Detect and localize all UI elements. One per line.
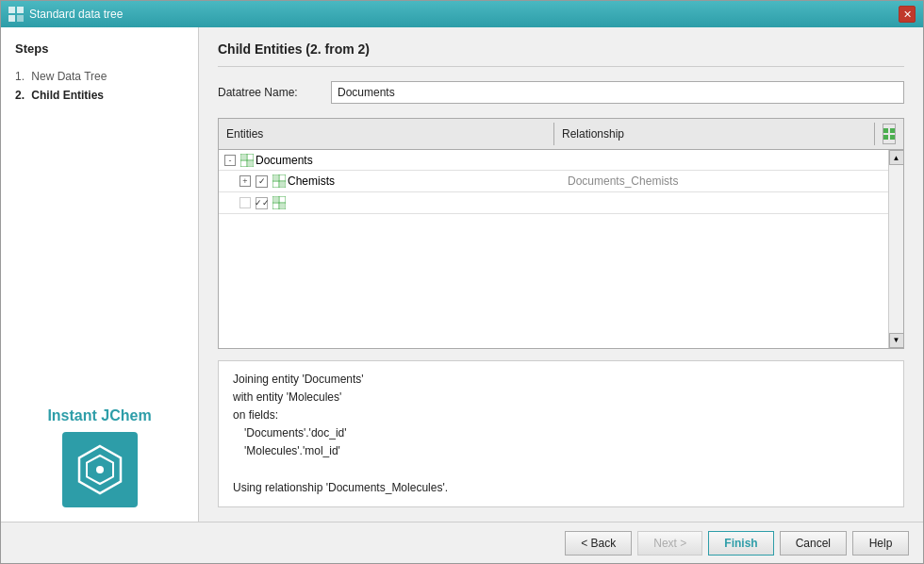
finish-button[interactable]: Finish (708, 531, 773, 556)
svg-rect-24 (273, 197, 278, 202)
molecules-relationship: Documents_Molecules (562, 194, 883, 211)
chemists-relationship: Documents_Chemists (562, 173, 883, 190)
step-item-2: 2. Child Entities (15, 86, 184, 105)
svg-point-6 (96, 466, 104, 473)
info-line-6 (233, 461, 889, 479)
steps-section: Steps 1. New Data Tree 2. Child Entities (15, 41, 184, 407)
steps-heading: Steps (15, 41, 184, 56)
grid-icon (883, 128, 895, 140)
info-line-1: Joining entity 'Documents' (233, 371, 889, 389)
cancel-button[interactable]: Cancel (780, 531, 847, 556)
svg-rect-7 (883, 128, 888, 133)
table-row[interactable]: - Documents (219, 150, 888, 171)
datatree-name-input[interactable] (331, 81, 904, 104)
svg-rect-20 (280, 182, 285, 187)
svg-rect-19 (273, 175, 278, 180)
molecules-checkbox[interactable]: ✓ (256, 197, 268, 209)
entities-table: Entities Relationship (218, 118, 904, 349)
brand-name: Instant JChem (15, 407, 184, 424)
svg-rect-8 (890, 128, 895, 133)
titlebar-left: Standard data tree (8, 7, 123, 22)
close-button[interactable]: ✕ (899, 6, 916, 23)
svg-rect-14 (241, 155, 246, 159)
svg-rect-10 (890, 135, 895, 140)
main-content: Steps 1. New Data Tree 2. Child Entities… (1, 27, 923, 522)
datatree-label: Datatree Name: (218, 86, 331, 99)
svg-rect-0 (8, 7, 15, 13)
table-add-button[interactable] (883, 124, 896, 144)
expand-chemists-icon[interactable]: + (239, 175, 251, 187)
content-area: Child Entities (2. from 2) Datatree Name… (199, 27, 923, 522)
footer: < Back Next > Finish Cancel Help (1, 522, 923, 563)
svg-rect-1 (17, 7, 24, 13)
brand-logo (62, 432, 138, 507)
molecule-icon (72, 441, 128, 498)
info-box: Joining entity 'Documents' with entity '… (218, 360, 904, 507)
root-entity-label: Documents (256, 154, 313, 167)
expand-icon[interactable]: - (224, 155, 236, 166)
svg-rect-3 (17, 15, 24, 22)
back-button[interactable]: < Back (565, 531, 632, 556)
scrollbar: ▲ ▼ (888, 150, 903, 348)
table-body-container: - Documents (219, 150, 903, 348)
main-window: Standard data tree ✕ Steps 1. New Data T… (0, 0, 924, 564)
datatree-name-row: Datatree Name: (218, 81, 904, 104)
info-line-3: on fields: (233, 406, 889, 424)
svg-rect-15 (248, 161, 253, 166)
step-number-2: 2. (15, 89, 25, 102)
table-header: Entities Relationship (219, 119, 903, 150)
brand-section: Instant JChem (15, 407, 184, 507)
step-label-1: New Data Tree (31, 70, 107, 83)
svg-rect-2 (8, 15, 15, 22)
info-line-5: 'Molecules'.'mol_id' (233, 442, 889, 460)
help-button[interactable]: Help (852, 531, 909, 556)
table-row[interactable]: + ✓ (219, 192, 888, 214)
root-relationship (562, 158, 883, 162)
chemists-entity-icon (272, 174, 286, 188)
info-line-2: with entity 'Molecules' (233, 389, 889, 406)
entity-grid-icon (240, 154, 254, 167)
chemists-checkbox[interactable] (256, 175, 268, 188)
svg-rect-9 (883, 135, 888, 140)
col-entities: Entities (219, 123, 554, 145)
info-line-7: Using relationship 'Documents_Molecules'… (233, 479, 889, 497)
sidebar: Steps 1. New Data Tree 2. Child Entities… (1, 27, 199, 522)
step-label-2: Child Entities (31, 89, 104, 102)
scroll-up-button[interactable]: ▲ (889, 150, 904, 165)
info-line-4: 'Documents'.'doc_id' (233, 424, 889, 442)
table-row[interactable]: + Chemists (219, 171, 888, 192)
molecules-label: Molecules (288, 196, 338, 209)
table-body[interactable]: - Documents (219, 150, 888, 348)
molecules-entity-icon (272, 196, 286, 209)
next-button[interactable]: Next > (637, 531, 702, 556)
expand-molecules-icon[interactable]: + (239, 197, 251, 208)
steps-list: 1. New Data Tree 2. Child Entities (15, 67, 184, 105)
content-header: Child Entities (2. from 2) (218, 41, 904, 67)
window-title: Standard data tree (29, 8, 123, 21)
step-number-1: 1. (15, 70, 25, 83)
col-relationship: Relationship (554, 123, 875, 145)
titlebar: Standard data tree ✕ (1, 1, 923, 27)
svg-rect-25 (280, 204, 285, 208)
chemists-label: Chemists (288, 174, 335, 188)
window-icon (8, 7, 24, 22)
table-actions (875, 119, 903, 149)
step-item-1: 1. New Data Tree (15, 67, 184, 86)
scroll-down-button[interactable]: ▼ (889, 333, 904, 348)
